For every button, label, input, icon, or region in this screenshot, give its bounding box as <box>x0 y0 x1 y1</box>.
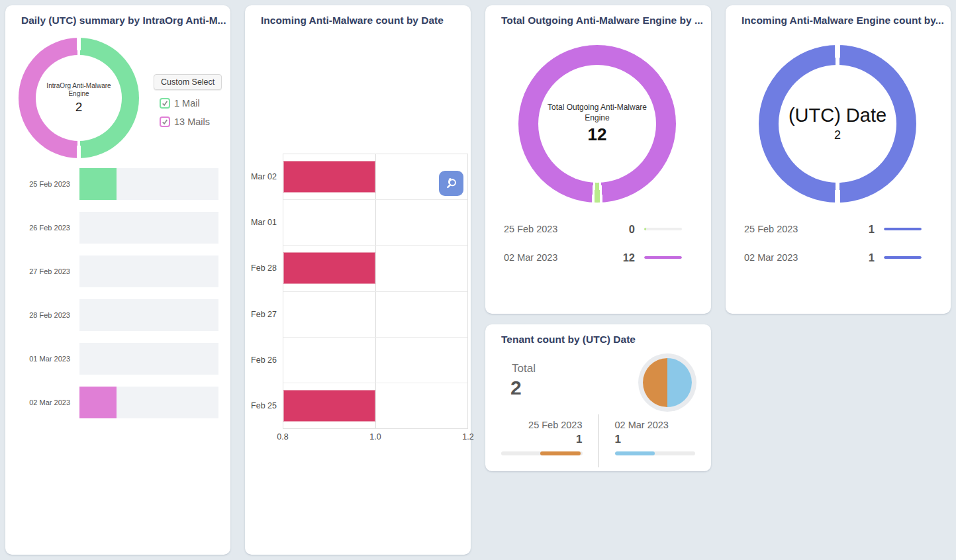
y-tick-label: Feb 27 <box>245 291 283 337</box>
reset-zoom-button[interactable] <box>439 171 463 196</box>
magnifier-reset-icon <box>444 176 459 191</box>
bar-fill <box>79 387 117 418</box>
bar-track <box>79 387 218 418</box>
legend-value: 1 <box>501 433 583 446</box>
card-title: Tenant count by (UTC) Date <box>485 324 711 346</box>
row-date-label: 01 Mar 2023 <box>5 355 79 363</box>
card-title: Total Outgoing Anti-Malware Engine by ..… <box>485 5 711 26</box>
filter-option-13-mails[interactable]: 13 Mails <box>160 117 222 127</box>
donut-center-value: 12 <box>588 124 607 145</box>
legend-spark-line <box>884 256 922 259</box>
date-bar-row: 02 Mar 2023 <box>5 387 218 418</box>
bar-track <box>79 256 218 287</box>
donut-center-value: 2 <box>834 128 841 142</box>
legend-item: 02 Mar 2023 1 <box>598 414 696 467</box>
date-bar-row: 28 Feb 2023 <box>5 299 218 331</box>
y-tick-label: Feb 28 <box>245 246 283 291</box>
donut-center: (UTC) Date 2 <box>779 65 896 183</box>
date-bar-row: 26 Feb 2023 <box>5 212 218 244</box>
legend-date: 02 Mar 2023 <box>615 420 696 430</box>
date-bar-row: 25 Feb 2023 <box>5 168 218 200</box>
checkbox-checked-icon[interactable] <box>160 98 170 109</box>
legend-value: 1 <box>869 252 875 264</box>
y-tick-label: Mar 01 <box>245 199 283 245</box>
filter-option-1-mail[interactable]: 1 Mail <box>160 98 222 109</box>
card-title: Incoming Anti-Malware count by Date <box>245 5 471 26</box>
card-title: Incoming Anti-Malware Engine count by... <box>726 5 951 26</box>
row-date-label: 28 Feb 2023 <box>5 311 79 319</box>
legend-value: 12 <box>623 252 635 264</box>
x-tick-label: 1.0 <box>369 432 381 442</box>
card-incoming-engine: Incoming Anti-Malware Engine count by...… <box>726 5 951 314</box>
legend-value: 0 <box>629 223 635 236</box>
legend-row: 02 Mar 2023 1 <box>726 251 951 264</box>
filter-label: 1 Mail <box>174 98 200 109</box>
x-axis-labels: 0.8 1.0 1.2 <box>283 432 468 447</box>
legend: 25 Feb 2023 1 02 Mar 2023 1 <box>501 414 695 467</box>
donut-center: Total Outgoing Anti-Malware Engine 12 <box>538 65 656 183</box>
legend-date: 02 Mar 2023 <box>504 252 623 263</box>
legend-item: 25 Feb 2023 1 <box>501 414 598 467</box>
row-date-label: 02 Mar 2023 <box>5 398 79 406</box>
donut-center-label: Total Outgoing Anti-Malware Engine <box>544 103 650 123</box>
card-daily-summary: Daily (UTC) summary by IntraOrg Anti-M..… <box>5 5 230 555</box>
plot-row <box>283 246 467 291</box>
card-total-outgoing: Total Outgoing Anti-Malware Engine by ..… <box>485 5 711 314</box>
legend-spark-line <box>644 228 682 230</box>
y-tick-label: Mar 02 <box>245 154 283 199</box>
incoming-engine-donut-chart: (UTC) Date 2 <box>759 45 916 203</box>
donut-center-value: 2 <box>75 100 83 115</box>
bar <box>283 252 375 284</box>
total-value: 2 <box>510 377 522 399</box>
row-date-label: 27 Feb 2023 <box>5 267 79 275</box>
bar <box>283 161 375 193</box>
row-date-label: 26 Feb 2023 <box>5 224 79 232</box>
card-incoming-count: Incoming Anti-Malware count by Date Mar … <box>245 5 471 555</box>
y-axis-labels: Mar 02 Mar 01 Feb 28 Feb 27 Feb 26 Feb 2… <box>245 154 283 429</box>
plot-area <box>283 154 468 429</box>
legend: 25 Feb 2023 0 02 Mar 2023 12 <box>485 222 711 279</box>
legend-value: 1 <box>869 223 875 236</box>
card-tenant-count: Tenant count by (UTC) Date Total 2 25 Fe… <box>485 324 711 471</box>
legend-row: 02 Mar 2023 12 <box>485 251 711 264</box>
legend-spark-bar <box>615 451 696 455</box>
bar-track <box>79 212 218 244</box>
plot-row <box>283 338 467 383</box>
plot-row <box>283 292 467 338</box>
legend-date: 25 Feb 2023 <box>504 224 629 234</box>
bar-track <box>79 299 218 331</box>
y-tick-label: Feb 26 <box>245 337 283 383</box>
x-tick-label: 0.8 <box>277 432 288 442</box>
daily-date-bars: 25 Feb 2023 26 Feb 2023 27 Feb 2023 28 F… <box>5 168 218 430</box>
row-date-label: 25 Feb 2023 <box>5 180 79 188</box>
legend-spark-bar <box>501 451 583 455</box>
checkbox-checked-icon[interactable] <box>160 117 170 127</box>
tenant-pie-chart <box>643 358 692 407</box>
plot-row <box>283 200 467 246</box>
bar-fill <box>79 168 117 200</box>
legend: 25 Feb 2023 1 02 Mar 2023 1 <box>726 222 951 279</box>
donut-center: IntraOrg Anti-Malware Engine 2 <box>36 55 122 141</box>
legend-value: 1 <box>615 433 696 446</box>
total-label: Total <box>512 362 536 375</box>
legend-date: 25 Feb 2023 <box>501 420 583 430</box>
donut-center-label: (UTC) Date <box>789 105 886 126</box>
date-bar-row: 01 Mar 2023 <box>5 343 218 375</box>
legend-row: 25 Feb 2023 1 <box>726 222 951 236</box>
bar-track <box>79 168 218 200</box>
filter-label: 13 Mails <box>174 117 210 127</box>
legend-date: 02 Mar 2023 <box>744 252 869 263</box>
date-bar-row: 27 Feb 2023 <box>5 256 218 287</box>
custom-select-button[interactable]: Custom Select <box>154 74 222 90</box>
legend-row: 25 Feb 2023 0 <box>485 222 711 236</box>
legend-date: 25 Feb 2023 <box>744 224 869 234</box>
total-outgoing-donut-chart: Total Outgoing Anti-Malware Engine 12 <box>518 45 676 203</box>
card-title: Daily (UTC) summary by IntraOrg Anti-M..… <box>5 5 230 26</box>
y-tick-label: Feb 25 <box>245 383 283 429</box>
custom-select-panel: Custom Select 1 Mail 13 Mails <box>154 74 222 127</box>
horizontal-bar-chart: Mar 02 Mar 01 Feb 28 Feb 27 Feb 26 Feb 2… <box>245 154 468 447</box>
x-tick-label: 1.2 <box>462 432 473 442</box>
legend-spark-line <box>644 256 682 259</box>
plot-row <box>283 383 467 428</box>
bar <box>283 390 375 422</box>
